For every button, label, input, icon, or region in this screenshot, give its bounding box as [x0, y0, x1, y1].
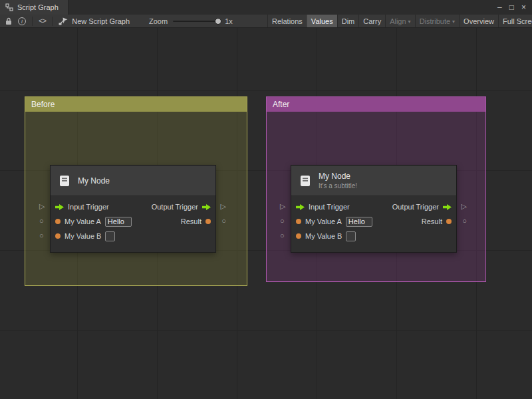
flow-port-stub-icon[interactable]: ▷ [462, 203, 467, 210]
value-b-field[interactable] [346, 231, 356, 241]
tab-script-graph[interactable]: Script Graph [0, 0, 68, 15]
overview-button[interactable]: Overview [459, 15, 498, 28]
value-port-icon[interactable] [296, 233, 301, 239]
code-icon[interactable]: <> [39, 17, 46, 25]
port-label: My Value B [65, 232, 101, 240]
port-label: Output Trigger [152, 203, 198, 211]
node-header[interactable]: My Node [51, 166, 215, 196]
node-my-node-after[interactable]: My Node It's a subtitle! ▷ Input Trigger… [291, 165, 457, 253]
carry-button[interactable]: Carry [358, 15, 385, 28]
zoom-label: Zoom [149, 17, 168, 25]
flow-arrow-icon[interactable] [202, 203, 211, 211]
input-trigger-port[interactable]: Input Trigger [296, 203, 350, 211]
value-port-icon[interactable] [296, 219, 301, 224]
result-port[interactable]: Result [181, 217, 211, 225]
output-trigger-port[interactable]: Output Trigger [152, 203, 211, 211]
align-button-label: Align [390, 17, 406, 25]
output-trigger-port[interactable]: Output Trigger [392, 203, 452, 211]
zoom-value: 1x [225, 17, 233, 25]
port-row-value-b: ○ My Value B [51, 229, 215, 243]
value-port-stub-icon[interactable]: ○ [39, 232, 44, 239]
value-port-icon[interactable] [55, 233, 61, 239]
chevron-down-icon: ▾ [452, 19, 455, 25]
value-port-icon[interactable] [205, 219, 211, 224]
graph-canvas[interactable]: Before After My Node [0, 28, 532, 399]
tab-bar: Script Graph – □ × [0, 0, 532, 15]
graph-name-label: New Script Graph [72, 17, 130, 25]
zoom-slider-knob[interactable] [215, 18, 221, 25]
value-port-stub-icon[interactable]: ○ [280, 217, 285, 225]
flow-arrow-icon[interactable] [296, 203, 305, 211]
lock-icon[interactable] [5, 17, 12, 25]
value-a-field[interactable] [346, 217, 372, 227]
relations-button[interactable]: Relations [267, 15, 307, 28]
value-b-port[interactable]: My Value B [55, 231, 115, 241]
value-a-port[interactable]: My Value A [55, 217, 132, 227]
node-title: My Node [319, 172, 357, 181]
toolbar: i <> New Script Graph Zoom 1x [0, 15, 532, 28]
value-port-stub-icon[interactable]: ○ [462, 217, 467, 225]
tab-label: Script Graph [17, 3, 59, 11]
input-trigger-port[interactable]: Input Trigger [55, 203, 109, 211]
port-label: Output Trigger [392, 203, 439, 211]
port-row-triggers: ▷ Input Trigger Output Trigger ▷ [291, 200, 456, 214]
node-subtitle: It's a subtitle! [319, 182, 357, 190]
port-label: My Value A [305, 217, 342, 225]
window-controls: – □ × [497, 0, 532, 15]
port-row-value-b: ○ My Value B [291, 229, 456, 243]
value-port-stub-icon[interactable]: ○ [280, 232, 285, 239]
node-my-node-before[interactable]: My Node ▷ Input Trigger Output Trigger [50, 165, 216, 253]
node-header[interactable]: My Node It's a subtitle! [291, 166, 456, 196]
port-label: Input Trigger [68, 203, 109, 211]
port-label: My Value A [65, 217, 101, 225]
align-dropdown-button[interactable]: Align ▾ [385, 15, 414, 28]
distribute-button-label: Distribute [420, 17, 450, 25]
flow-arrow-icon[interactable] [55, 203, 64, 211]
port-label: My Value B [305, 232, 342, 240]
dim-button-label: Dim [342, 17, 355, 25]
value-a-field[interactable] [105, 217, 132, 227]
value-a-port[interactable]: My Value A [296, 217, 372, 227]
flow-port-stub-icon[interactable]: ▷ [221, 203, 226, 210]
zoom-slider[interactable] [173, 21, 219, 22]
unit-icon [57, 174, 72, 188]
script-graph-asset-icon [59, 17, 68, 25]
flow-arrow-icon[interactable] [443, 203, 452, 211]
group-before-title: Before [31, 100, 55, 109]
distribute-dropdown-button[interactable]: Distribute ▾ [415, 15, 459, 28]
value-port-stub-icon[interactable]: ○ [221, 217, 226, 225]
result-port[interactable]: Result [422, 217, 452, 225]
group-before-header[interactable]: Before [25, 97, 247, 112]
port-row-value-a: ○ My Value A Result ○ [291, 214, 456, 229]
toolbar-separator [32, 17, 33, 26]
minimize-icon[interactable]: – [497, 0, 502, 15]
info-icon[interactable]: i [18, 17, 26, 25]
value-port-icon[interactable] [446, 219, 452, 224]
maximize-icon[interactable]: □ [509, 0, 514, 15]
node-body: ▷ Input Trigger Output Trigger ▷ [51, 196, 215, 252]
group-after-title: After [273, 100, 289, 109]
toolbar-buttons: Relations Values Dim Carry Align ▾ Distr… [267, 15, 532, 28]
dim-button[interactable]: Dim [337, 15, 359, 28]
value-port-stub-icon[interactable]: ○ [39, 217, 44, 225]
graph-name-breadcrumb[interactable]: New Script Graph [59, 17, 130, 25]
port-label: Result [181, 217, 201, 225]
relations-button-label: Relations [272, 17, 303, 25]
flow-port-stub-icon[interactable]: ▷ [39, 203, 45, 210]
zoom-control: Zoom 1x [149, 17, 233, 25]
full-screen-button-label: Full Screen [503, 17, 532, 25]
flow-port-stub-icon[interactable]: ▷ [280, 203, 285, 210]
close-icon[interactable]: × [521, 0, 526, 15]
value-b-field[interactable] [105, 231, 115, 241]
toolbar-separator [52, 17, 53, 26]
carry-button-label: Carry [363, 17, 381, 25]
port-row-value-a: ○ My Value A Result ○ [51, 214, 215, 229]
overview-button-label: Overview [464, 17, 494, 25]
value-b-port[interactable]: My Value B [296, 231, 356, 241]
group-after-header[interactable]: After [267, 97, 485, 112]
full-screen-button[interactable]: Full Screen [498, 15, 532, 28]
value-port-icon[interactable] [55, 219, 61, 224]
values-button[interactable]: Values [307, 15, 337, 28]
node-title: My Node [78, 176, 110, 186]
script-graph-window: Script Graph – □ × i <> New [0, 0, 532, 399]
